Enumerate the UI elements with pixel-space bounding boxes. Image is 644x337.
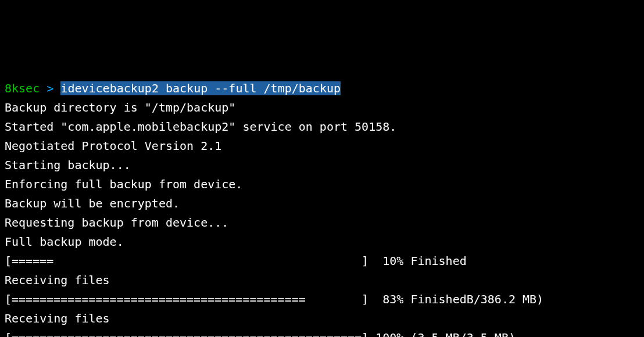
output-line: Enforcing full backup from device.	[5, 175, 639, 194]
output-line: Starting backup...	[5, 156, 639, 175]
prompt-user: 8ksec	[5, 81, 40, 95]
prompt-arrow: >	[46, 81, 53, 95]
progress-line: [====== ] 10% Finished	[5, 252, 639, 271]
prompt-line: 8ksec > idevicebackup2 backup --full /tm…	[5, 79, 639, 98]
output-line: Receiving files	[5, 309, 639, 328]
output-line: Negotiated Protocol Version 2.1	[5, 137, 639, 156]
output-line: Started "com.apple.mobilebackup2" servic…	[5, 117, 639, 137]
output-line: Backup will be encrypted.	[5, 194, 639, 213]
output-line: Full backup mode.	[5, 232, 639, 252]
output-line: Receiving files	[5, 271, 639, 290]
output-line: Backup directory is "/tmp/backup"	[5, 98, 639, 117]
progress-line: [=======================================…	[5, 290, 639, 309]
progress-line: [=======================================…	[5, 328, 639, 337]
command-input[interactable]: idevicebackup2 backup --full /tmp/backup	[60, 81, 341, 95]
output-line: Requesting backup from device...	[5, 213, 639, 232]
